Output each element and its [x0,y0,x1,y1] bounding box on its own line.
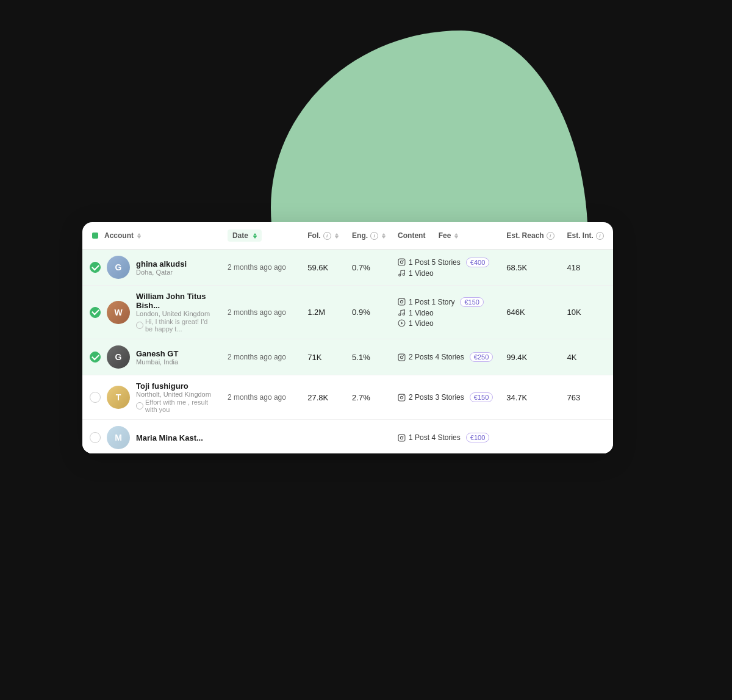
est-int-value: 10K [567,308,581,317]
account-info: Ganesh GT Mumbai, India [136,349,178,366]
followers-column-header[interactable]: Fol. i [301,222,346,250]
svg-rect-15 [398,394,405,401]
svg-point-8 [399,314,401,316]
row-checkbox[interactable] [90,432,101,443]
followers-value: 71K [307,353,321,362]
content-line: 1 Post 5 Stories €400 [398,258,494,267]
est-int-cell [561,420,614,453]
content-icon [398,319,406,327]
content-line: 1 Post 4 Stories €100 [398,433,494,442]
table-row: G ghina alkudsi Doha, Qatar 2 months ago… [82,250,613,286]
engagement-cell: 0.9% [346,286,392,339]
account-cell: M Maria Mina Kast... [82,420,221,453]
content-list: 1 Post 5 Stories €400 1 Video [398,258,494,278]
engagement-value: 5.1% [352,353,370,362]
est-int-cell: 418 [561,250,614,286]
row-checkbox[interactable] [90,262,101,273]
content-text: 1 Post 4 Stories [409,433,461,442]
content-icon [398,394,406,402]
content-fee-column-header[interactable]: Content Fee [392,222,500,250]
content-list: 2 Posts 4 Stories €250 [398,352,494,362]
message-icon [136,402,143,410]
svg-point-20 [403,435,404,436]
engagement-info-icon: i [370,232,378,240]
row-checkbox[interactable] [90,392,101,403]
followers-info-icon: i [323,232,331,240]
message-text: Effort with me , result with you [145,399,215,413]
content-list: 1 Post 1 Story €150 1 Video 1 Video [398,297,494,328]
content-fee-cell: 1 Post 4 Stories €100 [392,420,500,453]
account-name: Toji fushiguro [136,381,215,391]
date-cell: 2 months ago ago [221,339,301,375]
content-line: 1 Post 1 Story €150 [398,297,494,307]
followers-cell [301,420,346,453]
svg-point-1 [400,261,403,263]
content-icon [398,353,406,361]
est-reach-value: 34.7K [506,393,527,402]
followers-col-label: Fol. [307,231,320,240]
fee-badge: €100 [466,433,489,442]
content-fee-sort-icon [454,233,458,239]
account-message: Effort with me , result with you [136,399,215,413]
followers-sort-icon [335,233,339,239]
svg-rect-12 [398,354,405,361]
svg-rect-18 [398,435,405,441]
account-info: ghina alkudsi Doha, Qatar [136,259,187,276]
engagement-value: 0.9% [352,308,370,317]
fee-badge: €250 [470,352,493,362]
est-reach-cell: 646K [500,286,561,339]
est-int-value: 763 [567,393,581,402]
svg-point-4 [403,273,404,275]
row-checkbox[interactable] [90,352,101,363]
followers-cell: 27.8K [301,375,346,420]
content-line: 2 Posts 3 Stories €150 [398,392,494,402]
est-int-info-icon: i [596,232,604,240]
avatar: G [107,345,130,369]
account-location: Mumbai, India [136,358,178,366]
est-reach-cell [500,420,561,453]
account-cell: W William John Titus Bish... London, Uni… [82,286,221,339]
table-row: G Ganesh GT Mumbai, India 2 months ago a… [82,339,613,375]
account-cell: T Toji fushiguro Northolt, United Kingdo… [82,375,221,420]
table-row: T Toji fushiguro Northolt, United Kingdo… [82,375,613,420]
svg-point-2 [403,260,404,261]
followers-value: 1.2M [307,308,325,317]
fee-badge: €150 [460,297,483,307]
est-reach-cell: 34.7K [500,375,561,420]
est-reach-column-header[interactable]: Est. Reach i [500,222,561,250]
date-column-header[interactable]: Date [221,222,301,250]
svg-point-9 [403,313,404,315]
avatar: G [107,256,130,279]
est-int-value: 418 [567,263,581,272]
account-column-header[interactable]: Account [82,222,221,250]
content-icon [398,258,406,266]
date-value: 2 months ago ago [228,393,286,402]
date-cell: 2 months ago ago [221,375,301,420]
content-text: 1 Video [409,319,433,328]
date-value: 2 months ago ago [228,308,286,317]
est-int-column-header[interactable]: Est. Int. i [561,222,614,250]
data-table-card: Account Date Fol. i [82,222,613,453]
engagement-column-header[interactable]: Eng. i [346,222,392,250]
followers-cell: 1.2M [301,286,346,339]
row-checkbox[interactable] [90,307,101,318]
content-text: 1 Video [409,269,433,278]
account-info: William John Titus Bish... London, Unite… [136,292,215,333]
svg-point-14 [403,355,404,355]
content-text: 1 Post 5 Stories [409,258,461,267]
svg-point-3 [399,274,401,276]
table-header-row: Account Date Fol. i [82,222,613,250]
est-int-cell: 763 [561,375,614,420]
engagement-sort-icon [382,233,386,239]
fee-badge: €150 [470,392,493,402]
account-location: Doha, Qatar [136,269,187,276]
est-reach-cell: 99.4K [500,339,561,375]
fee-badge: €400 [466,258,489,267]
engagement-cell: 5.1% [346,339,392,375]
message-icon [136,322,143,329]
message-text: Hi, I think is great! I'd be happy t... [145,318,215,333]
avatar: M [107,426,130,449]
est-reach-value: 646K [506,308,525,317]
content-line: 2 Posts 4 Stories €250 [398,352,494,362]
account-cell: G ghina alkudsi Doha, Qatar [82,250,221,286]
